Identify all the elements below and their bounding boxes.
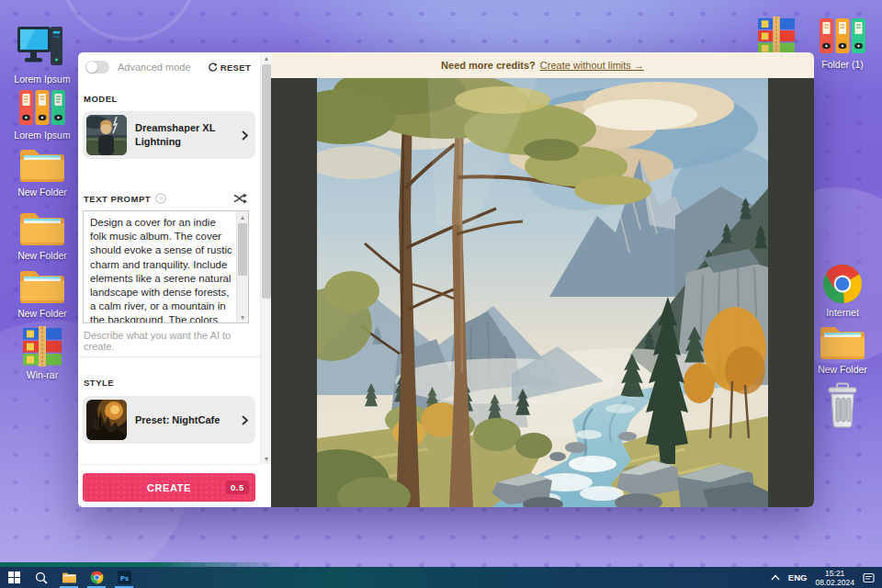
- credits-banner: Need more credits? Create without limits…: [271, 52, 814, 78]
- folder-icon: [17, 208, 68, 248]
- desktop-icon-trash[interactable]: [808, 382, 877, 430]
- desktop-icon-label: New Folder: [7, 187, 77, 198]
- style-section-label: STYLE: [84, 378, 114, 388]
- tray-chevron-up-icon[interactable]: [771, 574, 780, 581]
- settings-panel: Advanced mode RESET MODEL: [78, 52, 260, 507]
- winrar-icon: [21, 325, 63, 368]
- panel-scrollbar[interactable]: ▲ ▼: [260, 52, 271, 464]
- shuffle-icon[interactable]: [233, 193, 247, 204]
- trash-icon: [822, 382, 863, 430]
- advanced-mode-toggle[interactable]: [85, 61, 109, 74]
- desktop-icon-label: Internet: [808, 307, 877, 318]
- taskbar-search-button[interactable]: [28, 567, 55, 588]
- reset-label: RESET: [220, 62, 251, 73]
- prompt-text: Design a cover for an indie folk music a…: [84, 211, 236, 322]
- clock-time: 15:21: [815, 569, 854, 578]
- desktop-icon-winrar[interactable]: Win-rar: [7, 325, 77, 380]
- desktop-icon-label: New Folder: [7, 308, 77, 319]
- desktop-icon-label: Lorem Ipsum: [7, 130, 77, 141]
- folder-icon: [17, 144, 68, 185]
- artwork-area: Need more credits? Create without limits…: [271, 52, 814, 507]
- app-window: Advanced mode RESET MODEL: [78, 52, 814, 507]
- windows-logo-icon: [8, 571, 20, 583]
- search-icon: [35, 571, 48, 584]
- svg-text:Ps: Ps: [119, 574, 128, 582]
- desktop-icon-folder-1[interactable]: New Folder: [7, 144, 77, 198]
- taskbar: Ps ENG 15:21 08.02.2024: [0, 567, 882, 588]
- notification-tray-icon[interactable]: [863, 572, 875, 583]
- help-icon[interactable]: ?: [155, 193, 166, 204]
- chrome-icon: [90, 571, 104, 584]
- style-card[interactable]: Preset: NightCafe: [83, 396, 255, 444]
- reset-icon: [208, 62, 218, 73]
- taskbar-explorer-button[interactable]: [55, 567, 83, 588]
- desktop: { "window": { "panel": { "advanced_mode_…: [0, 0, 882, 588]
- model-thumbnail: [86, 115, 127, 155]
- create-button[interactable]: CREATE 0.5: [83, 473, 255, 502]
- binders-icon: [17, 87, 67, 128]
- desktop-icon-winrar-2[interactable]: [755, 17, 797, 53]
- create-cost-badge: 0.5: [226, 481, 249, 494]
- desktop-icon-folder-right[interactable]: New Folder: [808, 322, 877, 375]
- banner-link[interactable]: Create without limits →: [540, 60, 644, 71]
- winrar-icon: [756, 17, 797, 53]
- binders-icon: [818, 15, 867, 57]
- banner-text: Need more credits?: [441, 60, 536, 71]
- desktop-icon-internet[interactable]: Internet: [808, 263, 877, 318]
- generated-artwork[interactable]: [317, 78, 768, 507]
- divider: [78, 356, 260, 357]
- desktop-icon-folder-3[interactable]: New Folder: [7, 266, 77, 319]
- model-card[interactable]: Dreamshaper XL Lightning: [83, 111, 255, 159]
- desktop-icon-binders[interactable]: Lorem Ipsum: [7, 87, 77, 141]
- panel-footer: CREATE 0.5: [78, 464, 260, 507]
- scroll-down-icon: ▼: [237, 311, 248, 322]
- chevron-right-icon: [242, 130, 248, 141]
- taskbar-photoshop-button[interactable]: Ps: [110, 567, 138, 588]
- style-thumbnail: [86, 400, 127, 440]
- create-label: CREATE: [147, 482, 191, 493]
- photoshop-icon: Ps: [118, 571, 131, 584]
- model-section-label: MODEL: [84, 94, 118, 104]
- folder-icon: [17, 266, 68, 306]
- folder-icon: [817, 322, 868, 362]
- model-name: Dreamshaper XL Lightning: [135, 121, 242, 149]
- desktop-icon-label: Folder (1): [808, 59, 877, 70]
- prompt-hint: Describe what you want the AI to create.: [84, 330, 260, 352]
- chevron-right-icon: [242, 415, 248, 425]
- reset-button[interactable]: RESET: [208, 62, 251, 73]
- prompt-scrollbar[interactable]: ▲ ▼: [236, 211, 248, 322]
- desktop-icon-computer[interactable]: Lorem Ipsum: [7, 20, 77, 85]
- chrome-icon: [821, 263, 864, 305]
- file-explorer-icon: [62, 571, 77, 584]
- desktop-icon-label: New Folder: [7, 250, 77, 261]
- advanced-mode-label: Advanced mode: [118, 62, 191, 73]
- start-button[interactable]: [0, 567, 28, 588]
- taskbar-clock[interactable]: 15:21 08.02.2024: [815, 569, 854, 587]
- scroll-up-icon: ▲: [237, 211, 248, 222]
- desktop-icon-folder-1-binders[interactable]: Folder (1): [808, 15, 877, 70]
- desktop-icon-folder-2[interactable]: New Folder: [7, 208, 77, 261]
- desktop-icon-label: Lorem Ipsum: [7, 74, 77, 85]
- desktop-icon-label: Win-rar: [7, 369, 77, 380]
- clock-date: 08.02.2024: [815, 578, 854, 587]
- svg-text:?: ?: [159, 195, 163, 203]
- desktop-icon-label: New Folder: [808, 364, 877, 375]
- prompt-section-label: TEXT PROMPT: [84, 194, 151, 204]
- computer-icon: [16, 20, 69, 72]
- style-name: Preset: NightCafe: [135, 413, 242, 427]
- prompt-textarea[interactable]: Design a cover for an indie folk music a…: [83, 210, 249, 323]
- taskbar-chrome-button[interactable]: [83, 567, 110, 588]
- language-indicator[interactable]: ENG: [788, 572, 808, 582]
